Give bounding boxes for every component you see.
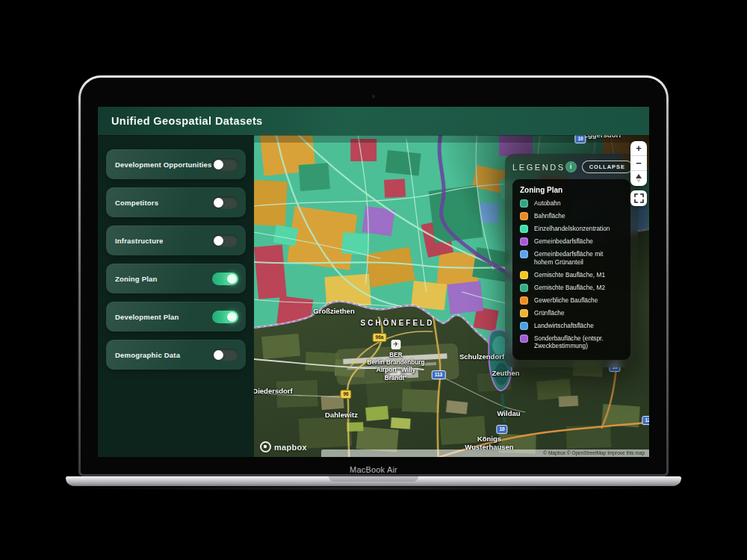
legend-item-label: Gemischte Baufläche, M1	[534, 271, 605, 279]
compass-north-icon	[636, 174, 642, 178]
legend-item-label: Sonderbaufläche (entspr. Zweckbestimmung…	[534, 335, 623, 351]
screen-bezel: Unified Geospatial Datasets Development …	[81, 78, 666, 474]
app-header: Unified Geospatial Datasets	[98, 107, 649, 135]
map-place-label: Großziethen	[313, 308, 354, 316]
legend-swatch	[520, 199, 528, 208]
legend-swatch	[520, 335, 528, 343]
laptop-screen: Unified Geospatial Datasets Development …	[78, 75, 669, 476]
toggle-knob	[214, 160, 223, 169]
layer-toggle-card[interactable]: Development Opportunities	[106, 149, 246, 179]
legend-swatch	[520, 225, 528, 233]
app-body: Development OpportunitiesCompetitorsInfr…	[98, 135, 649, 457]
legend-title: LEGENDS	[512, 163, 565, 172]
legend-item-label: Gewerbliche Baufläche	[534, 296, 598, 305]
legend-item-label: Gemeinbedarfsfläche mit hohem Grünanteil	[534, 250, 623, 267]
legend-item: Einzelhandelskonzentration	[520, 225, 623, 233]
road-shield: 96a	[373, 333, 387, 342]
map-place-label: Diedersdorf	[254, 388, 293, 396]
mapbox-wordmark: mapbox	[274, 443, 307, 452]
legend-swatch	[520, 322, 528, 330]
toggle-switch[interactable]	[212, 158, 238, 171]
layer-toggle-card[interactable]: Infrastructure	[106, 225, 246, 255]
legend-item-label: Einzelhandelskonzentration	[534, 225, 610, 233]
collapse-button[interactable]: COLLAPSE	[582, 161, 633, 173]
road-shield: 12	[642, 416, 649, 425]
info-button[interactable]: i	[565, 161, 577, 172]
toggle-knob	[214, 236, 223, 246]
page-title: Unified Geospatial Datasets	[111, 115, 263, 127]
layer-toggle-card[interactable]: Competitors	[106, 187, 246, 217]
laptop-shadow	[82, 486, 665, 491]
toggle-switch[interactable]	[212, 273, 238, 285]
toggle-switch[interactable]	[212, 234, 238, 247]
legend-group-title: Zoning Plan	[520, 186, 623, 194]
layer-toggle-card[interactable]: Demographic Data	[106, 340, 246, 370]
layer-label: Competitors	[115, 199, 158, 207]
page: Unified Geospatial Datasets Development …	[0, 0, 747, 560]
toggle-switch[interactable]	[212, 349, 238, 361]
legend-item: Grünfläche	[520, 309, 623, 317]
legend-swatch	[520, 271, 528, 279]
toggle-switch[interactable]	[212, 196, 238, 209]
map-place-label: Wildau	[497, 410, 520, 418]
legend-item: Landwirtschaftsfläche	[520, 322, 623, 330]
legend-item-label: Gemischte Baufläche, M2	[534, 284, 605, 292]
app-window: Unified Geospatial Datasets Development …	[98, 107, 649, 457]
legend-item-label: Bahnfläche	[534, 212, 565, 220]
mapbox-logo[interactable]: mapbox	[260, 441, 307, 452]
laptop-base-notch	[329, 476, 418, 482]
legend-item: Gemeinbedarfsfläche	[520, 237, 623, 246]
toggle-knob	[227, 312, 237, 322]
toggle-knob	[214, 350, 223, 360]
layer-toggle-card[interactable]: Zoning Plan	[106, 264, 246, 293]
legend-item: Gemischte Baufläche, M1	[520, 271, 623, 279]
layer-label: Demographic Data	[115, 351, 180, 359]
laptop-base	[66, 476, 681, 486]
map-attribution[interactable]: © Mapbox © OpenStreetMap Improve this ma…	[321, 449, 649, 457]
layer-toggle-card[interactable]: Development Plan	[106, 302, 246, 332]
legend-item-label: Landwirtschaftsfläche	[534, 322, 594, 330]
compass-south-icon	[636, 179, 641, 183]
legend-item: Sonderbaufläche (entspr. Zweckbestimmung…	[520, 335, 623, 351]
map-canvas[interactable]: EggersdorfGroßziethenSCHÖNEFELDSchulzend…	[254, 135, 649, 457]
layer-label: Zoning Plan	[115, 275, 158, 283]
legend-item-label: Gemeinbedarfsfläche	[534, 237, 593, 246]
webcam-dot	[372, 95, 375, 98]
zoom-in-button[interactable]: +	[630, 141, 647, 155]
legend-panel: LEGENDS i COLLAPSE Zoning Plan AutobahnB…	[505, 154, 638, 367]
road-shield: 96	[340, 390, 351, 399]
legend-swatch	[520, 250, 528, 258]
legend-item: Autobahn	[520, 199, 623, 208]
fullscreen-icon	[634, 193, 644, 203]
road-shield: 10	[496, 425, 507, 434]
layer-label: Development Opportunities	[115, 161, 212, 169]
legend-header: LEGENDS i COLLAPSE	[512, 161, 630, 173]
legend-item-list: AutobahnBahnflächeEinzelhandelskonzentra…	[520, 199, 623, 350]
toggle-knob	[214, 198, 223, 208]
toggle-switch[interactable]	[212, 311, 238, 323]
map-place-label: SCHÖNEFELD	[361, 319, 435, 328]
legend-item: Gemischte Baufläche, M2	[520, 284, 623, 292]
legend-item: Gemeinbedarfsfläche mit hohem Grünanteil	[520, 250, 623, 267]
legend-item-label: Autobahn	[534, 199, 561, 208]
layer-label: Infrastructure	[115, 237, 164, 245]
legend-item: Gewerbliche Baufläche	[520, 296, 623, 305]
legend-swatch	[520, 296, 528, 305]
map-place-label: Zeuthen	[492, 370, 520, 378]
map-place-label: Eggersdorf	[583, 135, 622, 139]
legend-item: Bahnfläche	[520, 212, 623, 220]
road-shield: 10	[574, 135, 586, 143]
layer-label: Development Plan	[115, 313, 179, 321]
toggle-knob	[227, 274, 237, 284]
legend-swatch	[520, 309, 528, 317]
mapbox-icon	[260, 441, 271, 452]
map-place-label: Dahlewitz	[325, 411, 358, 420]
map-place-label: Schulzendorf	[459, 353, 504, 361]
map-zoom-control: + −	[630, 141, 647, 186]
zoom-out-button[interactable]: −	[630, 156, 647, 170]
legend-swatch	[520, 212, 528, 220]
legend-body: Zoning Plan AutobahnBahnflächeEinzelhand…	[512, 179, 630, 360]
legend-item-label: Grünfläche	[534, 309, 565, 317]
compass-button[interactable]	[630, 171, 647, 186]
fullscreen-button[interactable]	[630, 190, 647, 206]
